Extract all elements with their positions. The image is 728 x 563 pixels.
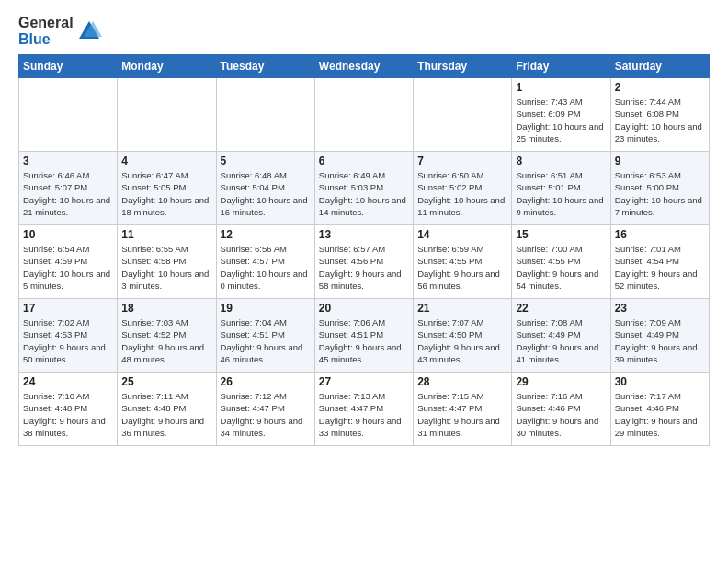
calendar-header-saturday: Saturday [610,55,709,78]
day-number: 1 [516,81,606,94]
calendar-cell: 27Sunrise: 7:13 AM Sunset: 4:47 PM Dayli… [314,373,413,446]
day-info: Sunrise: 6:49 AM Sunset: 5:03 PM Dayligh… [319,169,409,218]
calendar-cell: 25Sunrise: 7:11 AM Sunset: 4:48 PM Dayli… [118,373,216,446]
calendar-cell: 19Sunrise: 7:04 AM Sunset: 4:51 PM Dayli… [216,299,314,373]
day-number: 5 [221,155,311,167]
day-number: 7 [417,155,507,167]
day-info: Sunrise: 7:08 AM Sunset: 4:49 PM Dayligh… [516,316,606,365]
day-info: Sunrise: 7:15 AM Sunset: 4:47 PM Dayligh… [417,390,507,439]
calendar-cell: 15Sunrise: 7:00 AM Sunset: 4:55 PM Dayli… [512,225,610,299]
calendar-week-2: 3Sunrise: 6:46 AM Sunset: 5:07 PM Daylig… [19,152,710,225]
day-number: 16 [615,228,705,241]
calendar-cell: 22Sunrise: 7:08 AM Sunset: 4:49 PM Dayli… [512,299,610,373]
day-info: Sunrise: 7:12 AM Sunset: 4:47 PM Dayligh… [221,390,311,439]
day-info: Sunrise: 7:17 AM Sunset: 4:46 PM Dayligh… [615,390,705,439]
day-number: 27 [319,375,409,388]
calendar-cell [19,78,118,152]
day-info: Sunrise: 7:04 AM Sunset: 4:51 PM Dayligh… [221,316,311,365]
day-number: 25 [121,375,211,388]
day-number: 6 [319,155,409,167]
day-number: 9 [615,155,705,167]
calendar-cell [118,78,216,152]
calendar-cell: 6Sunrise: 6:49 AM Sunset: 5:03 PM Daylig… [314,152,413,225]
day-number: 17 [23,302,113,315]
day-info: Sunrise: 7:09 AM Sunset: 4:49 PM Dayligh… [615,316,705,365]
day-info: Sunrise: 7:01 AM Sunset: 4:54 PM Dayligh… [615,243,705,292]
day-info: Sunrise: 6:51 AM Sunset: 5:01 PM Dayligh… [516,169,606,218]
day-info: Sunrise: 7:10 AM Sunset: 4:48 PM Dayligh… [23,390,113,439]
calendar-cell: 20Sunrise: 7:06 AM Sunset: 4:51 PM Dayli… [314,299,413,373]
day-info: Sunrise: 7:16 AM Sunset: 4:46 PM Dayligh… [516,390,606,439]
calendar-cell: 29Sunrise: 7:16 AM Sunset: 4:46 PM Dayli… [512,373,610,446]
day-info: Sunrise: 7:06 AM Sunset: 4:51 PM Dayligh… [319,316,409,365]
calendar-cell [314,78,413,152]
calendar-cell: 9Sunrise: 6:53 AM Sunset: 5:00 PM Daylig… [610,152,709,225]
day-number: 26 [221,375,311,388]
logo-blue-text: Blue [18,31,74,48]
calendar-cell: 7Sunrise: 6:50 AM Sunset: 5:02 PM Daylig… [414,152,512,225]
day-number: 13 [319,228,409,241]
page-container: General Blue SundayMondayTuesdayWednesda… [0,0,728,455]
day-number: 3 [23,155,113,167]
calendar-cell: 4Sunrise: 6:47 AM Sunset: 5:05 PM Daylig… [118,152,216,225]
day-info: Sunrise: 6:47 AM Sunset: 5:05 PM Dayligh… [121,169,211,218]
day-number: 19 [221,302,311,315]
calendar-cell: 21Sunrise: 7:07 AM Sunset: 4:50 PM Dayli… [414,299,512,373]
day-info: Sunrise: 7:44 AM Sunset: 6:08 PM Dayligh… [615,96,705,144]
day-number: 12 [221,228,311,241]
logo-general-text: General [18,15,74,31]
day-info: Sunrise: 7:07 AM Sunset: 4:50 PM Dayligh… [417,316,507,365]
day-info: Sunrise: 6:50 AM Sunset: 5:02 PM Dayligh… [417,169,507,218]
day-number: 24 [23,375,113,388]
day-number: 29 [516,375,606,388]
calendar-header-wednesday: Wednesday [314,55,413,78]
calendar-header-tuesday: Tuesday [216,55,314,78]
day-info: Sunrise: 7:02 AM Sunset: 4:53 PM Dayligh… [23,316,113,365]
calendar-week-4: 17Sunrise: 7:02 AM Sunset: 4:53 PM Dayli… [19,299,710,373]
day-info: Sunrise: 7:13 AM Sunset: 4:47 PM Dayligh… [319,390,409,439]
day-number: 8 [516,155,606,167]
calendar-cell: 13Sunrise: 6:57 AM Sunset: 4:56 PM Dayli… [314,225,413,299]
day-info: Sunrise: 6:56 AM Sunset: 4:57 PM Dayligh… [221,243,311,292]
calendar-cell: 16Sunrise: 7:01 AM Sunset: 4:54 PM Dayli… [610,225,709,299]
calendar-week-5: 24Sunrise: 7:10 AM Sunset: 4:48 PM Dayli… [19,373,710,446]
calendar-cell: 17Sunrise: 7:02 AM Sunset: 4:53 PM Dayli… [19,299,118,373]
calendar-cell: 12Sunrise: 6:56 AM Sunset: 4:57 PM Dayli… [216,225,314,299]
day-info: Sunrise: 7:00 AM Sunset: 4:55 PM Dayligh… [516,243,606,292]
day-info: Sunrise: 7:11 AM Sunset: 4:48 PM Dayligh… [121,390,211,439]
calendar-cell: 10Sunrise: 6:54 AM Sunset: 4:59 PM Dayli… [19,225,118,299]
day-info: Sunrise: 6:57 AM Sunset: 4:56 PM Dayligh… [319,243,409,292]
calendar-cell [414,78,512,152]
day-info: Sunrise: 6:59 AM Sunset: 4:55 PM Dayligh… [417,243,507,292]
day-info: Sunrise: 7:03 AM Sunset: 4:52 PM Dayligh… [121,316,211,365]
day-number: 28 [417,375,507,388]
day-info: Sunrise: 6:54 AM Sunset: 4:59 PM Dayligh… [23,243,113,292]
calendar-cell: 8Sunrise: 6:51 AM Sunset: 5:01 PM Daylig… [512,152,610,225]
calendar-header-thursday: Thursday [414,55,512,78]
day-number: 21 [417,302,507,315]
calendar-week-3: 10Sunrise: 6:54 AM Sunset: 4:59 PM Dayli… [19,225,710,299]
calendar-header-row: SundayMondayTuesdayWednesdayThursdayFrid… [19,55,710,78]
calendar-cell: 11Sunrise: 6:55 AM Sunset: 4:58 PM Dayli… [118,225,216,299]
logo-icon [76,18,102,44]
day-number: 11 [121,228,211,241]
day-info: Sunrise: 6:55 AM Sunset: 4:58 PM Dayligh… [121,243,211,292]
calendar-cell: 28Sunrise: 7:15 AM Sunset: 4:47 PM Dayli… [414,373,512,446]
calendar-cell: 1Sunrise: 7:43 AM Sunset: 6:09 PM Daylig… [512,78,610,152]
day-number: 20 [319,302,409,315]
day-info: Sunrise: 6:48 AM Sunset: 5:04 PM Dayligh… [221,169,311,218]
calendar-header-monday: Monday [118,55,216,78]
calendar-cell: 24Sunrise: 7:10 AM Sunset: 4:48 PM Dayli… [19,373,118,446]
calendar-cell: 14Sunrise: 6:59 AM Sunset: 4:55 PM Dayli… [414,225,512,299]
day-number: 10 [23,228,113,241]
day-number: 30 [615,375,705,388]
logo-area: General Blue [18,15,102,47]
calendar-header-friday: Friday [512,55,610,78]
calendar-cell: 3Sunrise: 6:46 AM Sunset: 5:07 PM Daylig… [19,152,118,225]
calendar-cell [216,78,314,152]
day-number: 18 [121,302,211,315]
calendar-week-1: 1Sunrise: 7:43 AM Sunset: 6:09 PM Daylig… [19,78,710,152]
day-number: 14 [417,228,507,241]
day-number: 4 [121,155,211,167]
calendar-cell: 18Sunrise: 7:03 AM Sunset: 4:52 PM Dayli… [118,299,216,373]
